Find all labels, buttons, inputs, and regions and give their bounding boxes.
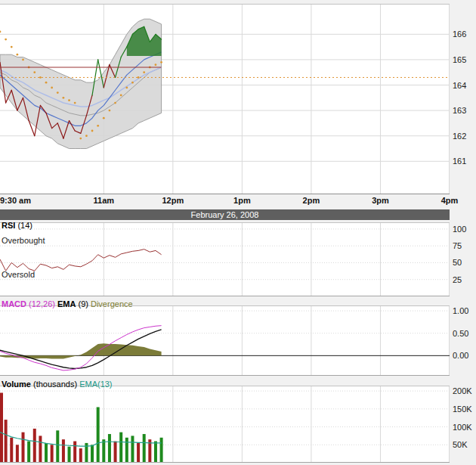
price-ytick-label: 166 <box>453 29 466 39</box>
price-ytick-label: 163 <box>453 106 466 115</box>
macd-title-segment: EMA <box>57 299 76 308</box>
macd-ytick-label: 0.50 <box>453 329 468 338</box>
macd-gridlines <box>0 305 450 376</box>
rsi-gridlines <box>0 222 450 296</box>
rsi-title: RSI (14) <box>2 221 32 230</box>
macd-title-segment: (9) <box>76 299 91 308</box>
macd-title-segment: MACD <box>2 299 26 308</box>
x-axis-label: 11am <box>94 196 115 205</box>
rsi-annotation: Oversold <box>2 270 35 279</box>
volume-ytick-label: 150K <box>453 405 472 414</box>
macd-panel <box>0 305 450 376</box>
volume-bars <box>0 392 163 463</box>
volume-plot <box>0 386 450 463</box>
rsi-title-segment: (14) <box>15 221 32 230</box>
price-ytick-label: 165 <box>453 55 466 64</box>
rsi-ytick-label: 50 <box>453 258 462 267</box>
volume-gridlines <box>0 386 450 463</box>
macd-title-segment: (12,26) <box>26 299 57 308</box>
macd-title-segment: Divergence <box>91 299 133 308</box>
time-axis: 9:30 am11am12pm1pm2pm3pm4pm <box>0 195 476 207</box>
price-ytick-label: 161 <box>453 157 466 166</box>
x-axis-label: 4pm <box>441 196 459 205</box>
x-axis-label: 9:30 am <box>0 196 31 205</box>
volume-title-segment: EMA(13) <box>79 380 112 389</box>
x-axis-label: 2pm <box>303 196 320 205</box>
price-ytick-label: 162 <box>453 132 466 141</box>
rsi-ytick-label: 25 <box>453 275 462 284</box>
date-label: February 26, 2008 <box>191 210 259 219</box>
macd-ytick-label: 0.00 <box>453 351 468 360</box>
rsi-plot <box>0 222 450 296</box>
macd-title: MACD (12,26) EMA (9) Divergence <box>2 299 133 308</box>
volume-title-segment: (thousands) <box>31 380 79 389</box>
stock-chart: 9:30 am11am12pm1pm2pm3pm4pm February 26,… <box>0 0 476 465</box>
volume-ytick-label: 100K <box>453 423 472 432</box>
x-axis-label: 3pm <box>372 196 389 205</box>
rsi-ytick-label: 100 <box>453 225 466 234</box>
rsi-ytick-label: 75 <box>453 241 462 250</box>
x-axis-label: 12pm <box>162 196 184 205</box>
price-panel <box>0 4 450 194</box>
x-axis-label: 1pm <box>233 196 251 205</box>
macd-ytick-label: 1.00 <box>453 306 468 315</box>
volume-ytick-label: 200K <box>453 386 472 395</box>
rsi-annotation: Overbought <box>2 236 45 245</box>
volume-panel <box>0 386 450 463</box>
rsi-panel <box>0 222 450 296</box>
volume-ytick-label: 50K <box>453 440 468 449</box>
price-plot <box>0 4 450 194</box>
rsi-line <box>0 250 162 271</box>
volume-title-segment: Volume <box>2 380 31 389</box>
date-bar: February 26, 2008 <box>0 209 450 220</box>
volume-title: Volume (thousands) EMA(13) <box>2 380 113 389</box>
rsi-title-segment: RSI <box>2 221 15 230</box>
macd-plot <box>0 305 450 376</box>
price-ytick-label: 164 <box>453 81 466 90</box>
